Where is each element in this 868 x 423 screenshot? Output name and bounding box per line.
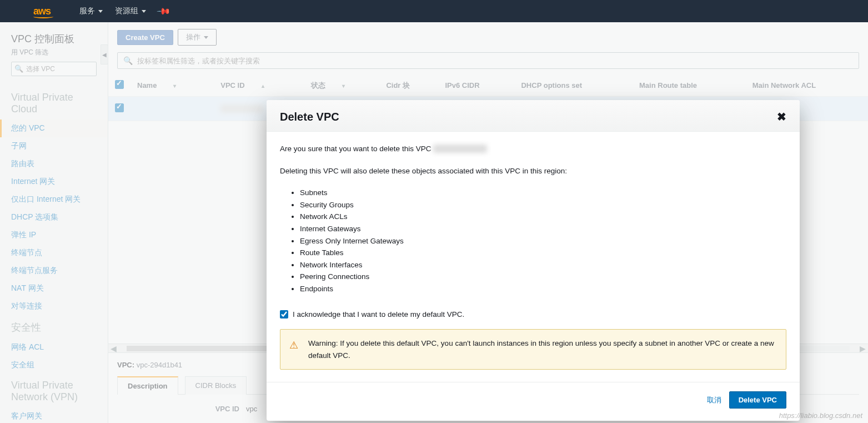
cancel-button[interactable]: 取消 [707,395,721,405]
list-item: Internet Gateways [300,223,786,235]
nav-services-label: 服务 [79,6,95,16]
pin-icon[interactable]: 📌 [156,3,172,19]
list-item: Network Interfaces [300,259,786,271]
list-item: Endpoints [300,283,786,295]
dialog-objects-list: Subnets Security Groups Network ACLs Int… [300,187,786,295]
list-item: Network ACLs [300,211,786,223]
warning-icon: ⚠ [289,337,298,361]
ack-row[interactable]: I acknowledge that I want to delete my d… [280,308,786,321]
list-item: Subnets [300,187,786,199]
list-item: Egress Only Internet Gateways [300,235,786,247]
watermark: https://liabio.blog.csdn.net [779,411,862,420]
chevron-down-icon [142,10,146,13]
nav-services[interactable]: 服务 [79,6,103,16]
dialog-close-icon[interactable]: ✖ [777,110,786,123]
list-item: Security Groups [300,199,786,211]
delete-vpc-button[interactable]: Delete VPC [729,391,786,409]
nav-resource-groups[interactable]: 资源组 [115,6,146,16]
ack-checkbox[interactable] [280,310,288,319]
warning-text: Warning: If you delete this default VPC,… [308,337,777,361]
nav-resource-groups-label: 资源组 [115,6,138,16]
list-item: Peering Connections [300,271,786,283]
ack-label: I acknowledge that I want to delete my d… [293,308,464,321]
chevron-down-icon [98,10,103,13]
dialog-confirm-text: Are you sure that you want to delete thi… [280,143,786,155]
list-item: Route Tables [300,247,786,259]
dialog-also-delete-text: Deleting this VPC will also delete these… [280,165,786,177]
delete-vpc-dialog: Delete VPC ✖ Are you sure that you want … [267,100,800,421]
top-navbar: aws 服务 资源组 📌 [0,0,868,22]
warning-box: ⚠ Warning: If you delete this default VP… [280,329,786,370]
dialog-title: Delete VPC [280,111,339,123]
aws-logo[interactable]: aws [11,6,67,17]
